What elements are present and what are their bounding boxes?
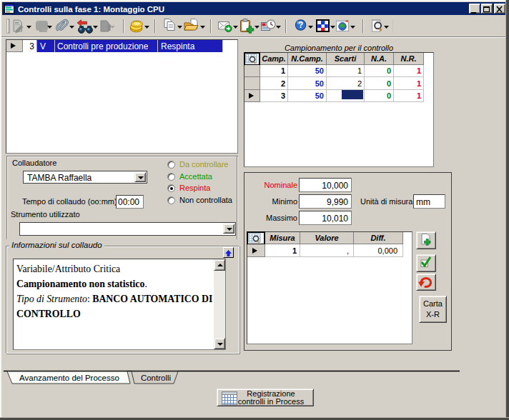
svg-text:Avanzamento del Processo: Avanzamento del Processo [19, 374, 119, 382]
svg-text:Controlli: Controlli [141, 374, 171, 382]
svg-text:?: ? [298, 20, 303, 30]
